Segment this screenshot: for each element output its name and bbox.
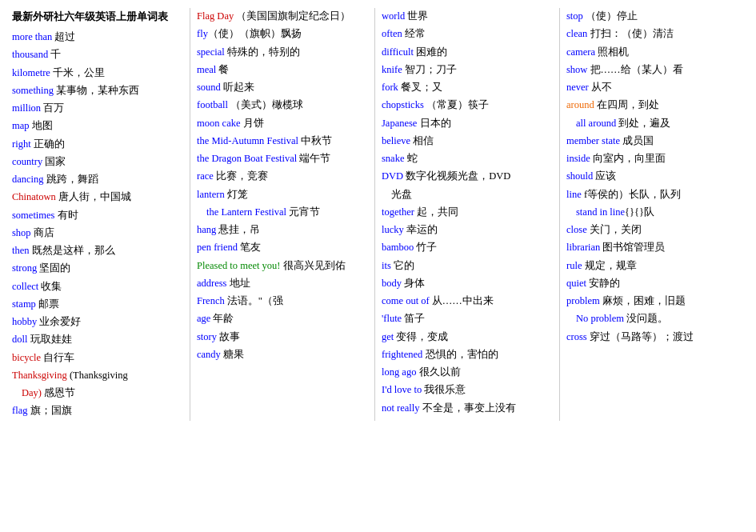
list-item: sometimes 有时 [12, 207, 183, 224]
list-item: DVD 数字化视频光盘，DVD [382, 168, 553, 185]
list-item: close 关门，关闭 [566, 222, 738, 238]
list-item: Chinatown 唐人街，中国城 [12, 189, 183, 206]
list-item: then 既然是这样，那么 [12, 242, 183, 259]
list-item: dancing 跳跨，舞蹈 [12, 171, 183, 188]
list-item: camera 照相机 [566, 44, 738, 61]
list-item: kilometre 千米，公里 [12, 65, 183, 82]
list-item: fly（使）（旗帜）飘扬 [197, 26, 368, 42]
list-item: never 从不 [566, 79, 738, 96]
list-item: story 故事 [197, 329, 368, 346]
list-item: address 地址 [197, 275, 368, 292]
list-item: Day) 感恩节 [12, 385, 183, 402]
list-item: football （美式）橄榄球 [197, 97, 368, 114]
list-item: difficult 困难的 [382, 44, 553, 61]
list-item: collect 收集 [12, 278, 183, 295]
list-item: snake 蛇 [382, 150, 553, 167]
list-item: often 经常 [382, 26, 553, 42]
list-item: Pleased to meet you! 很高兴见到佑 [197, 258, 368, 274]
list-item: candy 糖果 [197, 346, 368, 363]
list-item: something 某事物，某种东西 [12, 82, 183, 99]
list-item: together 起，共同 [382, 204, 553, 221]
list-item: 'flute 笛子 [382, 310, 553, 327]
list-item: problem 麻烦，困难，旧题 [566, 293, 738, 310]
list-item: I'd love to 我很乐意 [382, 382, 553, 398]
list-item: the Mid-Autumn Festival 中秋节 [197, 133, 368, 150]
list-item: doll 玩取娃娃 [12, 331, 183, 348]
list-item: line f等侯的）长队，队列 [566, 186, 738, 203]
list-item: come out of 从……中出来 [382, 293, 553, 310]
list-item: all around 到处，遍及 [566, 115, 738, 132]
list-item: race 比赛，竞赛 [197, 168, 368, 185]
list-item: knife 智刀；刀子 [382, 62, 553, 78]
list-item: world 世界 [382, 8, 553, 25]
list-item: long ago 很久以前 [382, 364, 553, 381]
list-item: librarian 图书馆管理员 [566, 239, 738, 256]
list-item: 光盘 [382, 186, 553, 203]
list-item: bamboo 竹子 [382, 239, 553, 256]
list-item: should 应该 [566, 168, 738, 185]
title: 最新外研社六年级英语上册单词表 [12, 8, 183, 26]
list-item: map 地图 [12, 118, 183, 134]
column-4: stop （使）停止 clean 打扫：（使）清洁 camera 照相机 sho… [560, 8, 744, 421]
list-item: Thanksgiving (Thanksgiving [12, 367, 183, 384]
list-item: country 国家 [12, 154, 183, 170]
list-item: stamp 邮票 [12, 296, 183, 313]
list-item: around 在四周，到处 [566, 97, 738, 114]
list-item: chopsticks （常夏）筷子 [382, 97, 553, 114]
list-item: hang 悬挂，吊 [197, 222, 368, 238]
list-item: pen friend 笔友 [197, 239, 368, 256]
list-item: flag 旗；国旗 [12, 402, 183, 419]
list-item: rule 规定，规章 [566, 258, 738, 274]
list-item: more than 超过 [12, 29, 183, 46]
list-item: Japanese 日本的 [382, 115, 553, 132]
list-item: meal 餐 [197, 62, 368, 78]
main-content: 最新外研社六年级英语上册单词表 more than 超过 thousand 千 … [12, 8, 744, 421]
list-item: French 法语。"（强 [197, 293, 368, 310]
list-item: member state 成员国 [566, 133, 738, 150]
list-item: lantern 灯笼 [197, 186, 368, 203]
list-item: age 年龄 [197, 310, 368, 327]
list-item: its 它的 [382, 258, 553, 274]
list-item: fork 餐叉；又 [382, 79, 553, 96]
column-3: world 世界 often 经常 difficult 困难的 knife 智刀… [375, 8, 560, 421]
list-item: believe 相信 [382, 133, 553, 150]
list-item: hobby 业余爱好 [12, 314, 183, 330]
list-item: No problem 没问题。 [566, 310, 738, 327]
list-item: bicycle 自行车 [12, 350, 183, 366]
column-1: 最新外研社六年级英语上册单词表 more than 超过 thousand 千 … [12, 8, 190, 421]
list-item: frightened 恐惧的，害怕的 [382, 346, 553, 363]
list-item: million 百万 [12, 100, 183, 117]
list-item: special 特殊的，特别的 [197, 44, 368, 61]
list-item: right 正确的 [12, 136, 183, 153]
list-item: body 身体 [382, 275, 553, 292]
list-item: show 把……给（某人）看 [566, 62, 738, 78]
list-item: quiet 安静的 [566, 275, 738, 292]
list-item: shop 商店 [12, 225, 183, 242]
list-item: lucky 幸运的 [382, 222, 553, 238]
list-item: get 变得，变成 [382, 329, 553, 346]
list-item: Flag Day （美国国旗制定纪念日） [197, 8, 368, 25]
list-item: stop （使）停止 [566, 8, 738, 25]
list-item: the Dragon Boat Festival 端午节 [197, 150, 368, 167]
list-item: cross 穿过（马路等）；渡过 [566, 329, 738, 346]
list-item: not really 不全是，事变上没有 [382, 400, 553, 417]
list-item: moon cake 月饼 [197, 115, 368, 132]
list-item: thousand 千 [12, 46, 183, 63]
list-item: stand in line{}{}队 [566, 204, 738, 221]
column-2: Flag Day （美国国旗制定纪念日） fly（使）（旗帜）飘扬 specia… [190, 8, 375, 421]
list-item: the Lantern Festival 元宵节 [197, 204, 368, 221]
list-item: sound 听起来 [197, 79, 368, 96]
list-item: clean 打扫：（使）清洁 [566, 26, 738, 42]
list-item: strong 坚固的 [12, 260, 183, 277]
list-item: inside 向室内，向里面 [566, 150, 738, 167]
